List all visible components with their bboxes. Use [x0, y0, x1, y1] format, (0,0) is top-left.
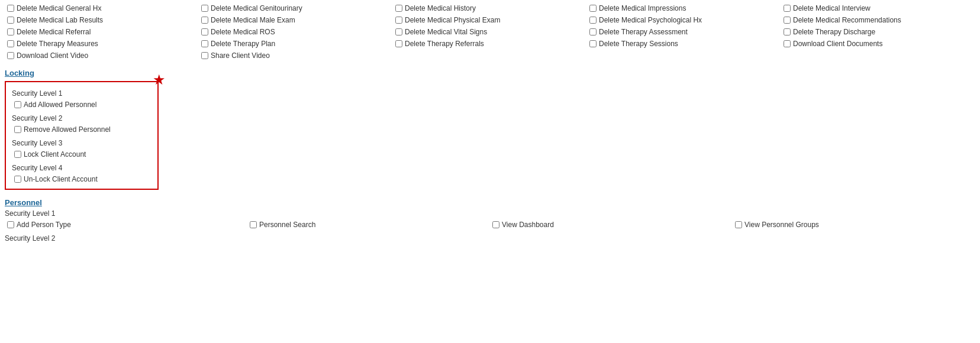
perm-del-med-phys-label: Delete Medical Physical Exam	[405, 16, 500, 24]
perm-del-med-interview-checkbox[interactable]	[784, 5, 791, 12]
perm-item: Delete Medical Recommendations	[781, 14, 975, 26]
perm-del-therapy-sess-label: Delete Therapy Sessions	[599, 40, 678, 48]
perm-col-5: Delete Medical Interview Delete Medical …	[781, 2, 975, 62]
locking-header[interactable]: Locking	[5, 66, 975, 80]
perm-item: Delete Therapy Measures	[5, 38, 199, 50]
perm-item: Delete Therapy Referrals	[393, 38, 587, 50]
perm-del-therapy-plan-checkbox[interactable]	[201, 40, 208, 47]
perm-item: Delete Medical Lab Results	[5, 14, 199, 26]
perm-item: Lock Client Account	[12, 148, 151, 160]
perm-item: View Dashboard	[490, 219, 733, 231]
pers-view-groups-label: View Personnel Groups	[744, 221, 819, 229]
perm-del-therapy-sess-checkbox[interactable]	[589, 40, 597, 47]
pers-add-person-type-label: Add Person Type	[17, 221, 71, 229]
perm-dl-client-video-label: Download Client Video	[17, 51, 88, 60]
pers-view-groups-checkbox[interactable]	[735, 221, 742, 228]
permissions-grid: Delete Medical General Hx Delete Medical…	[5, 2, 975, 62]
perm-del-med-hist-label: Delete Medical History	[405, 4, 476, 12]
perm-del-med-ref-label: Delete Medical Referral	[17, 28, 91, 36]
perm-del-therapy-assess-label: Delete Therapy Assessment	[599, 28, 688, 36]
perm-del-med-rec-checkbox[interactable]	[784, 17, 791, 24]
perm-item: View Personnel Groups	[733, 219, 975, 231]
lock-remove-allowed-checkbox[interactable]	[14, 126, 21, 133]
personnel-level-1-label: Security Level 1	[5, 209, 975, 218]
perm-del-med-gen-uro-label: Delete Medical Genitourinary	[211, 4, 302, 12]
pers-view-dash-label: View Dashboard	[502, 221, 554, 229]
perm-item: Delete Therapy Sessions	[587, 38, 781, 50]
perm-del-med-gen-hx-label: Delete Medical General Hx	[17, 4, 101, 12]
perm-item: Delete Medical ROS	[199, 26, 393, 38]
locking-level-1-label: Security Level 1	[12, 89, 151, 98]
locking-section: Locking ★ Security Level 1 Add Allowed P…	[5, 66, 975, 193]
perm-item: Delete Therapy Discharge	[781, 26, 975, 38]
perm-item: Download Client Video	[5, 50, 199, 62]
locking-level-4-label: Security Level 4	[12, 164, 151, 172]
lock-add-allowed-checkbox[interactable]	[14, 101, 21, 108]
perm-col-1: Delete Medical General Hx Delete Medical…	[5, 2, 199, 62]
perm-del-med-phys-checkbox[interactable]	[395, 17, 402, 24]
perm-item: Delete Medical General Hx	[5, 2, 199, 14]
perm-dl-client-video-checkbox[interactable]	[7, 52, 14, 59]
perm-col-3: Delete Medical History Delete Medical Ph…	[393, 2, 587, 62]
locking-level-2-label: Security Level 2	[12, 114, 151, 122]
perm-del-med-lab-checkbox[interactable]	[7, 17, 14, 24]
perm-item: Delete Medical Interview	[781, 2, 975, 14]
pers-view-dash-checkbox[interactable]	[492, 221, 499, 228]
lock-unlock-client-checkbox[interactable]	[14, 176, 21, 183]
personnel-section: Personnel Security Level 1 Add Person Ty…	[5, 196, 975, 242]
perm-item: Delete Medical History	[393, 2, 587, 14]
perm-del-med-male-checkbox[interactable]	[201, 17, 208, 24]
lock-lock-client-checkbox[interactable]	[14, 151, 21, 158]
perm-share-client-video-label: Share Client Video	[211, 51, 270, 60]
perm-item: Delete Medical Male Exam	[199, 14, 393, 26]
perm-del-therapy-assess-checkbox[interactable]	[589, 28, 597, 35]
perm-del-med-interview-label: Delete Medical Interview	[793, 4, 871, 12]
perm-del-med-vital-checkbox[interactable]	[395, 28, 402, 35]
perm-item: Delete Medical Genitourinary	[199, 2, 393, 14]
perm-del-therapy-ref-label: Delete Therapy Referrals	[405, 40, 484, 48]
perm-item: Delete Medical Vital Signs	[393, 26, 587, 38]
perm-item: Delete Medical Psychological Hx	[587, 14, 781, 26]
perm-del-med-psych-label: Delete Medical Psychological Hx	[599, 16, 702, 24]
pers-search-checkbox[interactable]	[250, 221, 257, 228]
locking-level-3-label: Security Level 3	[12, 139, 151, 147]
perm-item: Delete Medical Impressions	[587, 2, 781, 14]
perm-del-therapy-ref-checkbox[interactable]	[395, 40, 402, 47]
perm-item: Delete Medical Referral	[5, 26, 199, 38]
perm-del-med-lab-label: Delete Medical Lab Results	[17, 16, 103, 24]
perm-del-med-imp-label: Delete Medical Impressions	[599, 4, 686, 12]
perm-item: Un-Lock Client Account	[12, 173, 151, 185]
perm-item: Add Allowed Personnel	[12, 99, 151, 111]
personnel-grid: Add Person Type Personnel Search View Da…	[5, 219, 975, 231]
perm-del-med-psych-checkbox[interactable]	[589, 17, 597, 24]
perm-col-2: Delete Medical Genitourinary Delete Medi…	[199, 2, 393, 62]
perm-del-med-ros-label: Delete Medical ROS	[211, 28, 275, 36]
perm-del-med-vital-label: Delete Medical Vital Signs	[405, 28, 487, 36]
perm-item: Remove Allowed Personnel	[12, 124, 151, 135]
perm-item: Share Client Video	[199, 50, 393, 62]
perm-del-therapy-plan-label: Delete Therapy Plan	[211, 40, 275, 48]
perm-del-med-imp-checkbox[interactable]	[589, 5, 597, 12]
perm-dl-client-docs-checkbox[interactable]	[784, 40, 791, 47]
perm-del-therapy-disc-checkbox[interactable]	[784, 28, 791, 35]
perm-del-therapy-disc-label: Delete Therapy Discharge	[793, 28, 875, 36]
perm-del-med-hist-checkbox[interactable]	[395, 5, 402, 12]
perm-item: Download Client Documents	[781, 38, 975, 50]
locking-box: ★ Security Level 1 Add Allowed Personnel…	[5, 81, 159, 190]
lock-add-allowed-label: Add Allowed Personnel	[24, 101, 96, 109]
perm-del-med-ros-checkbox[interactable]	[201, 28, 208, 35]
star-icon: ★	[153, 72, 166, 88]
perm-del-med-rec-label: Delete Medical Recommendations	[793, 16, 901, 24]
personnel-level-2-label: Security Level 2	[5, 234, 975, 242]
perm-del-therapy-measures-checkbox[interactable]	[7, 40, 14, 47]
perm-share-client-video-checkbox[interactable]	[201, 52, 208, 59]
perm-col-4: Delete Medical Impressions Delete Medica…	[587, 2, 781, 62]
personnel-header[interactable]: Personnel	[5, 196, 975, 209]
perm-del-therapy-measures-label: Delete Therapy Measures	[17, 40, 98, 48]
perm-del-med-ref-checkbox[interactable]	[7, 28, 14, 35]
lock-unlock-client-label: Un-Lock Client Account	[24, 175, 98, 183]
perm-item: Delete Therapy Assessment	[587, 26, 781, 38]
perm-del-med-gen-hx-checkbox[interactable]	[7, 5, 14, 12]
perm-del-med-gen-uro-checkbox[interactable]	[201, 5, 208, 12]
pers-add-person-type-checkbox[interactable]	[7, 221, 14, 228]
